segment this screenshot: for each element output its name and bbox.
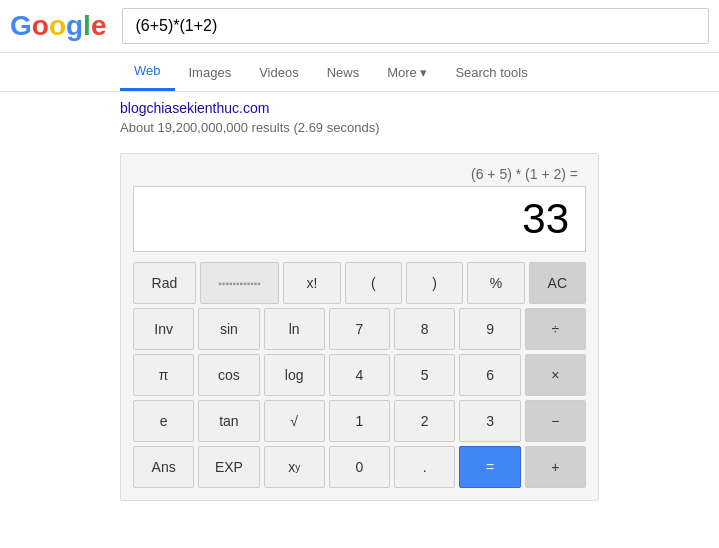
btn-3[interactable]: 3 (459, 400, 520, 442)
btn-minus[interactable]: − (525, 400, 586, 442)
result-source: blogchiasekienthuc.com (0, 92, 719, 118)
btn-inv[interactable]: Inv (133, 308, 194, 350)
btn-mode[interactable]: ▪▪▪▪▪▪▪▪▪▪▪▪ (200, 262, 279, 304)
calc-expression: (6 + 5) * (1 + 2) = (133, 166, 586, 182)
btn-ans[interactable]: Ans (133, 446, 194, 488)
btn-pi[interactable]: π (133, 354, 194, 396)
btn-sin[interactable]: sin (198, 308, 259, 350)
btn-e[interactable]: e (133, 400, 194, 442)
btn-rad[interactable]: Rad (133, 262, 196, 304)
btn-ln[interactable]: ln (264, 308, 325, 350)
nav-images[interactable]: Images (175, 55, 246, 90)
btn-tan[interactable]: tan (198, 400, 259, 442)
calc-row-3: π cos log 4 5 6 × (133, 354, 586, 396)
btn-sqrt[interactable]: √ (264, 400, 325, 442)
search-input[interactable] (122, 8, 709, 44)
btn-open-paren[interactable]: ( (345, 262, 402, 304)
nav-news[interactable]: News (313, 55, 374, 90)
btn-plus[interactable]: + (525, 446, 586, 488)
calc-row-4: e tan √ 1 2 3 − (133, 400, 586, 442)
btn-decimal[interactable]: . (394, 446, 455, 488)
btn-factorial[interactable]: x! (283, 262, 340, 304)
calculator: (6 + 5) * (1 + 2) = 33 Rad ▪▪▪▪▪▪▪▪▪▪▪▪ … (120, 153, 599, 501)
btn-2[interactable]: 2 (394, 400, 455, 442)
btn-ac[interactable]: AC (529, 262, 586, 304)
btn-9[interactable]: 9 (459, 308, 520, 350)
header: Google (0, 0, 719, 53)
calc-row-2: Inv sin ln 7 8 9 ÷ (133, 308, 586, 350)
btn-log[interactable]: log (264, 354, 325, 396)
nav-web[interactable]: Web (120, 53, 175, 91)
btn-4[interactable]: 4 (329, 354, 390, 396)
calc-result: 33 (522, 195, 569, 243)
btn-0[interactable]: 0 (329, 446, 390, 488)
result-count: About 19,200,000,000 results (2.69 secon… (0, 118, 719, 143)
btn-6[interactable]: 6 (459, 354, 520, 396)
nav-bar: Web Images Videos News More ▾ Search too… (0, 53, 719, 92)
nav-search-tools[interactable]: Search tools (441, 55, 541, 90)
calc-buttons: Rad ▪▪▪▪▪▪▪▪▪▪▪▪ x! ( ) % AC Inv sin ln … (133, 262, 586, 488)
btn-5[interactable]: 5 (394, 354, 455, 396)
btn-multiply[interactable]: × (525, 354, 586, 396)
btn-divide[interactable]: ÷ (525, 308, 586, 350)
nav-videos[interactable]: Videos (245, 55, 313, 90)
btn-cos[interactable]: cos (198, 354, 259, 396)
btn-power[interactable]: xy (264, 446, 325, 488)
btn-equals[interactable]: = (459, 446, 520, 488)
btn-exp[interactable]: EXP (198, 446, 259, 488)
google-logo[interactable]: Google (10, 10, 106, 42)
btn-1[interactable]: 1 (329, 400, 390, 442)
btn-percent[interactable]: % (467, 262, 524, 304)
nav-more[interactable]: More ▾ (373, 55, 441, 90)
btn-close-paren[interactable]: ) (406, 262, 463, 304)
calc-display: 33 (133, 186, 586, 252)
btn-7[interactable]: 7 (329, 308, 390, 350)
calc-row-5: Ans EXP xy 0 . = + (133, 446, 586, 488)
btn-8[interactable]: 8 (394, 308, 455, 350)
calc-row-1: Rad ▪▪▪▪▪▪▪▪▪▪▪▪ x! ( ) % AC (133, 262, 586, 304)
